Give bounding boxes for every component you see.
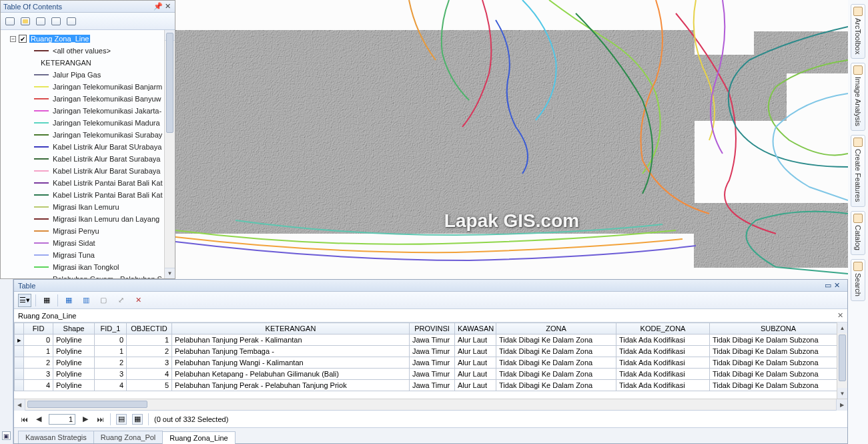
column-header[interactable]: FID [24,323,53,335]
scroll-right-icon[interactable]: ▶ [836,399,847,411]
cell[interactable]: Tidak Ada Kodifikasi [616,335,710,346]
dock-tab[interactable]: Search [851,259,865,301]
symbol-row[interactable]: Jaringan Telekomunikasi Jakarta- [5,105,175,117]
table-row[interactable]: 4Polyline45Pelabuhan Tanjung Perak - Pel… [15,380,847,391]
cell[interactable]: 4 [24,380,53,391]
close-table-icon[interactable]: ✕ [835,310,845,320]
column-header[interactable]: KODE_ZONA [616,323,710,335]
cell[interactable]: Pelabuhan Ketapang - Pelabuhan Gilimanuk… [172,369,410,380]
cell[interactable]: 1 [95,346,127,357]
table-row[interactable]: 1Polyline12Pelabuhan Tanjung Tembaga -Ja… [15,346,847,357]
layer-name[interactable]: Ruang Zona_Line [29,35,90,43]
cell[interactable]: Tidak Dibagi Ke Dalam Zona [496,357,616,369]
cell[interactable]: Polyline [53,369,95,380]
column-header[interactable]: Shape [53,323,95,335]
cell[interactable]: Jawa Timur [410,335,455,346]
cell[interactable]: 2 [127,346,172,357]
cell[interactable]: Polyline [53,380,95,391]
close-icon[interactable]: ✕ [163,2,172,11]
symbol-row[interactable]: Jaringan Telekomunikasi Banyuw [5,93,175,105]
cell[interactable]: Tidak Dibagi Ke Dalam Zona [496,346,616,357]
table-row[interactable]: ▸0Polyline01Pelabuhan Tanjung Perak - Ka… [15,335,847,346]
table-tab[interactable]: Ruang Zona_Pol [93,431,163,443]
column-header[interactable]: SUBZONA [710,323,847,335]
table-tab[interactable]: Ruang Zona_Line [162,431,235,444]
first-record-button[interactable]: ⏮ [19,415,29,424]
map-canvas[interactable]: Lapak GIS.com [175,0,848,279]
symbol-row[interactable]: Pelabuhan Gayam - Pelabuhan S [5,273,175,278]
row-selector[interactable] [15,357,24,369]
symbol-row[interactable]: Jaringan Telekomunikasi Banjarm [5,81,175,93]
symbol-row[interactable]: Kabel Listrik Alur Barat Surabaya [5,153,175,165]
show-all-button[interactable]: ▤ [116,414,127,425]
cell[interactable]: Tidak Ada Kodifikasi [616,369,710,380]
cell[interactable]: Tidak Dibagi Ke Dalam Zona [496,335,616,346]
scroll-thumb[interactable] [27,401,147,408]
symbol-row[interactable]: Migrasi Sidat [5,237,175,249]
column-header[interactable]: ZONA [496,323,616,335]
table-row[interactable]: 3Polyline34Pelabuhan Ketapang - Pelabuha… [15,369,847,380]
symbol-row[interactable]: <all other values> [5,45,175,57]
cell[interactable]: Alur Laut [455,369,496,380]
column-header[interactable]: KETERANGAN [172,323,410,335]
cell[interactable]: Pelabuhan Tanjung Tembaga - [172,346,410,357]
symbol-row[interactable]: Migrasi Ikan Lemuru [5,201,175,213]
next-record-button[interactable]: ▶ [81,415,90,424]
table-toggle-button[interactable]: ▣ [2,431,11,440]
clear-selection-button[interactable]: ▢ [97,294,110,307]
dock-tab[interactable]: Image Analysis [851,63,865,131]
cell[interactable]: Alur Laut [455,346,496,357]
restore-icon[interactable]: ▭ [825,281,834,290]
record-input[interactable] [49,414,75,425]
dock-tab[interactable]: Create Features [851,135,865,206]
symbol-row[interactable]: Jalur Pipa Gas [5,69,175,81]
symbol-row[interactable]: Kabel Listrik Pantai Barat Bali Kat [5,189,175,201]
cell[interactable]: 3 [95,369,127,380]
symbol-row[interactable]: Migrasi ikan Tongkol [5,261,175,273]
symbol-row[interactable]: Kabel Listrik Alur Barat SUrabaya [5,141,175,153]
show-selected-button[interactable]: ▦ [132,414,143,425]
cell[interactable]: 2 [95,357,127,369]
symbol-row[interactable]: Migrasi Penyu [5,225,175,237]
layer-row[interactable]: − ✔ Ruang Zona_Line [5,33,175,45]
row-selector[interactable] [15,346,24,357]
dock-tab[interactable]: ArcToolbox [851,4,865,59]
cell[interactable]: 5 [127,380,172,391]
cell[interactable]: Tidak Dibagi Ke Dalam Zona [496,369,616,380]
cell[interactable]: Tidak Dibagi Ke Dalam Subzona [710,380,847,391]
cell[interactable]: 4 [95,380,127,391]
cell[interactable]: 2 [24,357,53,369]
cell[interactable]: Tidak Dibagi Ke Dalam Subzona [710,335,847,346]
scroll-up-icon[interactable]: ▲ [837,322,847,333]
column-header[interactable] [15,323,24,335]
cell[interactable]: 0 [95,335,127,346]
cell[interactable]: Alur Laut [455,335,496,346]
cell[interactable]: Tidak Ada Kodifikasi [616,357,710,369]
scroll-left-icon[interactable]: ◀ [14,399,25,411]
symbol-row[interactable]: Kabel Listrik Alur Barat Surabaya [5,165,175,177]
column-header[interactable]: FID_1 [95,323,127,335]
cell[interactable]: Jawa Timur [410,357,455,369]
zoom-selection-button[interactable]: ⤢ [114,294,127,307]
cell[interactable]: 4 [127,369,172,380]
cell[interactable]: Jawa Timur [410,346,455,357]
switch-selection-button[interactable]: ▥ [79,294,93,307]
symbol-row[interactable]: Migrasi Ikan Lemuru dan Layang [5,213,175,225]
cell[interactable]: Pelabuhan Tanjung Wangi - Kalimantan [172,357,410,369]
grid-hscrollbar[interactable]: ◀ ▶ [14,399,847,410]
pin-icon[interactable]: 📌 [153,2,163,11]
cell[interactable]: Pelabuhan Tanjung Perak - Kalimantan [172,335,410,346]
cell[interactable]: Alur Laut [455,357,496,369]
row-selector[interactable] [15,380,24,391]
list-by-drawing-button[interactable] [3,15,17,28]
cell[interactable]: Tidak Dibagi Ke Dalam Subzona [710,369,847,380]
list-by-source-button[interactable] [19,15,32,28]
cell[interactable]: Polyline [53,335,95,346]
delete-selection-button[interactable]: ✕ [131,294,145,307]
cell[interactable]: Polyline [53,357,95,369]
select-by-attr-button[interactable]: ▦ [62,294,75,307]
cell[interactable]: Tidak Dibagi Ke Dalam Subzona [710,346,847,357]
list-by-visibility-button[interactable] [34,15,47,28]
cell[interactable]: 1 [127,335,172,346]
dock-tab[interactable]: Catalog [851,211,865,255]
